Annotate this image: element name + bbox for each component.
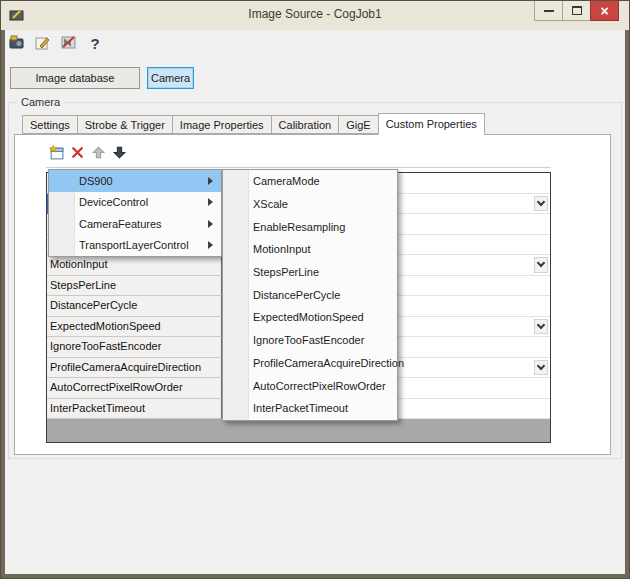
tab[interactable]: Calibration [271, 115, 340, 134]
chevron-down-icon [537, 321, 545, 329]
submenu-item-label: ExpectedMotionSpeed [253, 311, 364, 323]
camera-tabs: Settings Strobe & Trigger Image Properti… [22, 113, 485, 134]
submenu-item-label: AutoCorrectPixelRowOrder [253, 380, 386, 392]
submenu-item[interactable]: ProfileCameraAcquireDirection [223, 352, 397, 375]
property-name-cell[interactable]: ProfileCameraAcquireDirection [47, 358, 222, 379]
submenu-item[interactable]: InterPacketTimeout [223, 397, 397, 420]
maximize-button[interactable] [562, 1, 591, 21]
submenu-item[interactable]: DistancePerCycle [223, 283, 397, 306]
submenu-item[interactable]: StepsPerLine [223, 261, 397, 284]
chevron-down-icon [537, 362, 545, 370]
property-name-cell[interactable]: MotionInput [47, 255, 222, 276]
submenu-item-label: CameraMode [253, 175, 320, 187]
live-display-icon[interactable] [59, 33, 79, 53]
titlebar[interactable]: Image Source - CogJob1 × [1, 1, 629, 30]
add-property-icon[interactable] [48, 144, 65, 161]
client-area: ? Image database Camera Camera Settings … [5, 30, 625, 574]
chevron-down-icon [537, 259, 545, 267]
property-name-cell[interactable]: DistancePerCycle [47, 296, 222, 317]
camera-group-label: Camera [17, 96, 64, 108]
submenu-item-label: MotionInput [253, 243, 310, 255]
submenu-item[interactable]: MotionInput [223, 238, 397, 261]
menu-item-label: DeviceControl [79, 196, 148, 208]
setup-pen-icon[interactable] [33, 33, 53, 53]
submenu-item-label: IgnoreTooFastEncoder [253, 334, 364, 346]
delete-property-icon[interactable] [69, 144, 86, 161]
camera-button[interactable]: Camera [147, 67, 194, 89]
submenu-arrow-icon [208, 241, 213, 249]
help-icon[interactable]: ? [85, 33, 105, 53]
window-controls: × [535, 1, 619, 21]
image-database-button[interactable]: Image database [10, 67, 140, 89]
submenu-arrow-icon [208, 220, 213, 228]
dropdown-button[interactable] [534, 257, 548, 273]
property-context-menu: DS900 DeviceControl CameraFeatures Trans… [48, 169, 222, 257]
minimize-button[interactable] [534, 1, 563, 21]
submenu-item-label: StepsPerLine [253, 266, 319, 278]
move-up-icon[interactable] [90, 144, 107, 161]
submenu-item[interactable]: XScale [223, 193, 397, 216]
close-button[interactable]: × [590, 1, 619, 21]
property-name-cell[interactable]: StepsPerLine [47, 276, 222, 297]
main-toolbar: ? [7, 33, 105, 53]
dropdown-button[interactable] [534, 319, 548, 335]
submenu-item-label: XScale [253, 198, 288, 210]
ds900-submenu: CameraMode XScale EnableResampling Motio… [222, 169, 398, 421]
move-down-icon[interactable] [111, 144, 128, 161]
tab[interactable]: Settings [22, 115, 78, 134]
submenu-item-label: DistancePerCycle [253, 289, 340, 301]
context-menu-item[interactable]: CameraFeatures [49, 213, 221, 235]
context-menu-item[interactable]: DS900 [49, 170, 221, 192]
submenu-item-label: ProfileCameraAcquireDirection [253, 357, 404, 369]
minimize-icon [544, 10, 554, 12]
submenu-item[interactable]: CameraMode [223, 170, 397, 193]
submenu-item-label: InterPacketTimeout [253, 402, 348, 414]
chevron-down-icon [537, 198, 545, 206]
property-name-cell[interactable]: IgnoreTooFastEncoder [47, 337, 222, 358]
menu-item-label: CameraFeatures [79, 218, 162, 230]
submenu-item[interactable]: EnableResampling [223, 215, 397, 238]
context-menu-item[interactable]: TransportLayerControl [49, 235, 221, 257]
submenu-item[interactable]: IgnoreTooFastEncoder [223, 329, 397, 352]
maximize-icon [572, 6, 582, 15]
toolbar-separator [46, 167, 551, 168]
submenu-item[interactable]: AutoCorrectPixelRowOrder [223, 374, 397, 397]
submenu-item[interactable]: ExpectedMotionSpeed [223, 306, 397, 329]
property-name-cell[interactable]: AutoCorrectPixelRowOrder [47, 378, 222, 399]
close-icon: × [600, 4, 608, 18]
acquire-image-icon[interactable] [7, 33, 27, 53]
tab[interactable]: Custom Properties [378, 113, 485, 135]
tab[interactable]: Image Properties [172, 115, 272, 134]
dropdown-button[interactable] [534, 360, 548, 376]
tab[interactable]: Strobe & Trigger [77, 115, 173, 134]
menu-item-label: DS900 [79, 175, 113, 187]
image-source-window: Image Source - CogJob1 × [0, 0, 630, 579]
property-name-cell[interactable]: ExpectedMotionSpeed [47, 317, 222, 338]
tab[interactable]: GigE [338, 115, 378, 134]
custom-properties-toolbar [48, 144, 128, 161]
menu-item-label: TransportLayerControl [79, 239, 189, 251]
dropdown-button[interactable] [534, 196, 548, 212]
submenu-item-label: EnableResampling [253, 221, 345, 233]
submenu-arrow-icon [208, 198, 213, 206]
context-menu-item[interactable]: DeviceControl [49, 192, 221, 214]
property-name-cell[interactable]: InterPacketTimeout [47, 399, 222, 420]
submenu-arrow-icon [208, 177, 213, 185]
